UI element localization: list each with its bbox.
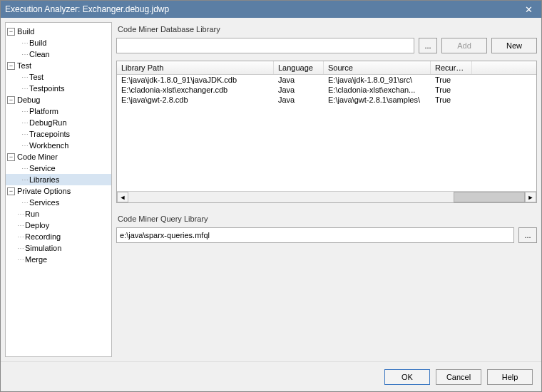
tree-node-private-options[interactable]: −Private Options (6, 185, 111, 197)
window-title: Execution Analyzer: Exchanger.debug.jdwp (5, 4, 521, 14)
tree-node-run[interactable]: ⋯Run (6, 208, 111, 220)
table-cell: E:\java\gwt-2.8.cdb (117, 95, 274, 105)
tree-label: Libraries (29, 175, 59, 184)
table-cell: True (431, 95, 472, 105)
tree-label: Recording (25, 232, 61, 241)
table-cell: True (431, 85, 472, 95)
tree-label: Platform (29, 107, 58, 115)
table-row[interactable]: E:\java\gwt-2.8.cdbJavaE:\java\gwt-2.8.1… (117, 95, 536, 105)
close-icon[interactable]: ✕ (521, 4, 537, 15)
tree-label: Service (29, 164, 56, 172)
tree-node-simulation[interactable]: ⋯Simulation (6, 242, 111, 254)
query-input-row: ... (116, 227, 537, 243)
horizontal-scrollbar[interactable]: ◄ ► (117, 191, 536, 202)
tree-node-deploy[interactable]: ⋯Deploy (6, 220, 111, 231)
tree-label: Run (25, 210, 39, 218)
tree-label: Test (17, 61, 31, 70)
table-row[interactable]: E:\java\jdk-1.8.0_91\javaJDK.cdbJavaE:\j… (117, 75, 536, 85)
scroll-thumb[interactable] (454, 192, 525, 202)
expand-icon[interactable]: − (7, 28, 15, 36)
main-panel: Code Miner Database Library ... Add New … (116, 22, 537, 357)
expand-icon[interactable]: − (7, 187, 15, 195)
table-row[interactable]: E:\cladonia-xlst\exchanger.cdbJavaE:\cla… (117, 85, 536, 95)
tree-label: Testpoints (29, 84, 65, 93)
table-cell: E:\java\jdk-1.8.0_91\javaJDK.cdb (117, 75, 274, 85)
tree-label: Simulation (25, 244, 61, 252)
table-cell: E:\cladonia-xlst\exchanger.cdb (117, 85, 274, 95)
tree-label: Clean (29, 50, 50, 58)
ok-button[interactable]: OK (384, 369, 430, 385)
col-library-path[interactable]: Library Path (117, 61, 274, 74)
new-button[interactable]: New (491, 38, 537, 53)
tree-label: Build (29, 38, 46, 47)
dialog-body: −Build⋯Build⋯Clean−Test⋯Test⋯Testpoints−… (1, 18, 541, 361)
table-cell: E:\java\gwt-2.8.1\samples\ (324, 95, 431, 105)
db-library-label: Code Miner Database Library (118, 25, 537, 33)
tree-label: Private Options (17, 187, 71, 195)
tree-label: DebugRun (29, 118, 67, 127)
tree-node-build[interactable]: −Build (6, 26, 111, 37)
table-body: E:\java\jdk-1.8.0_91\javaJDK.cdbJavaE:\j… (117, 75, 536, 191)
tree-node-recording[interactable]: ⋯Recording (6, 231, 111, 242)
tree-label: Workbench (29, 141, 68, 150)
tree-node-build[interactable]: ⋯Build (6, 37, 111, 48)
table-cell: True (431, 75, 472, 85)
scroll-track[interactable] (128, 192, 525, 202)
tree-node-workbench[interactable]: ⋯Workbench (6, 140, 111, 151)
table-cell: Java (274, 75, 324, 85)
add-button[interactable]: Add (441, 38, 487, 53)
tree-label: Merge (25, 255, 47, 264)
help-button[interactable]: Help (487, 369, 533, 385)
col-source[interactable]: Source (324, 61, 431, 74)
table-cell: Java (274, 85, 324, 95)
tree-node-debug[interactable]: −Debug (6, 94, 111, 105)
db-input-row: ... Add New (116, 38, 537, 53)
tree-node-libraries[interactable]: ⋯Libraries (6, 174, 111, 185)
tree-node-service[interactable]: ⋯Service (6, 163, 111, 174)
query-browse-button[interactable]: ... (518, 227, 537, 243)
db-path-input[interactable] (116, 38, 414, 53)
dialog-footer: OK Cancel Help (1, 361, 541, 391)
nav-tree: −Build⋯Build⋯Clean−Test⋯Test⋯Testpoints−… (5, 22, 112, 357)
table-cell: E:\cladonia-xlst\exchan... (324, 85, 431, 95)
expand-icon[interactable]: − (7, 153, 15, 161)
titlebar: Execution Analyzer: Exchanger.debug.jdwp… (1, 1, 541, 18)
tree-node-test[interactable]: ⋯Test (6, 71, 111, 83)
table-cell: E:\java\jdk-1.8.0_91\src\ (324, 75, 431, 85)
tree-node-platform[interactable]: ⋯Platform (6, 105, 111, 117)
library-table: Library Path Language Source Recursive E… (116, 61, 537, 203)
tree-node-services[interactable]: ⋯Services (6, 197, 111, 208)
query-library-label: Code Miner Query Library (118, 215, 537, 223)
tree-label: Deploy (25, 221, 49, 229)
cancel-button[interactable]: Cancel (436, 369, 481, 385)
scroll-right-icon[interactable]: ► (525, 192, 536, 202)
col-recursive[interactable]: Recursive (431, 61, 472, 74)
tree-node-tracepoints[interactable]: ⋯Tracepoints (6, 128, 111, 140)
tree-node-test[interactable]: −Test (6, 60, 111, 71)
tree-label: Services (29, 198, 59, 207)
tree-node-testpoints[interactable]: ⋯Testpoints (6, 83, 111, 94)
table-cell: Java (274, 95, 324, 105)
scroll-left-icon[interactable]: ◄ (117, 192, 128, 202)
tree-label: Build (17, 27, 34, 36)
browse-button[interactable]: ... (419, 38, 437, 53)
tree-label: Test (29, 73, 44, 81)
query-path-input[interactable] (116, 227, 514, 243)
tree-node-debugrun[interactable]: ⋯DebugRun (6, 117, 111, 128)
col-language[interactable]: Language (274, 61, 324, 74)
tree-label: Code Miner (17, 153, 58, 161)
tree-node-merge[interactable]: ⋯Merge (6, 254, 111, 265)
table-header: Library Path Language Source Recursive (117, 61, 536, 75)
tree-node-code-miner[interactable]: −Code Miner (6, 151, 111, 163)
tree-label: Debug (17, 96, 40, 104)
expand-icon[interactable]: − (7, 96, 15, 104)
expand-icon[interactable]: − (7, 62, 15, 70)
tree-node-clean[interactable]: ⋯Clean (6, 48, 111, 60)
tree-label: Tracepoints (29, 130, 70, 138)
